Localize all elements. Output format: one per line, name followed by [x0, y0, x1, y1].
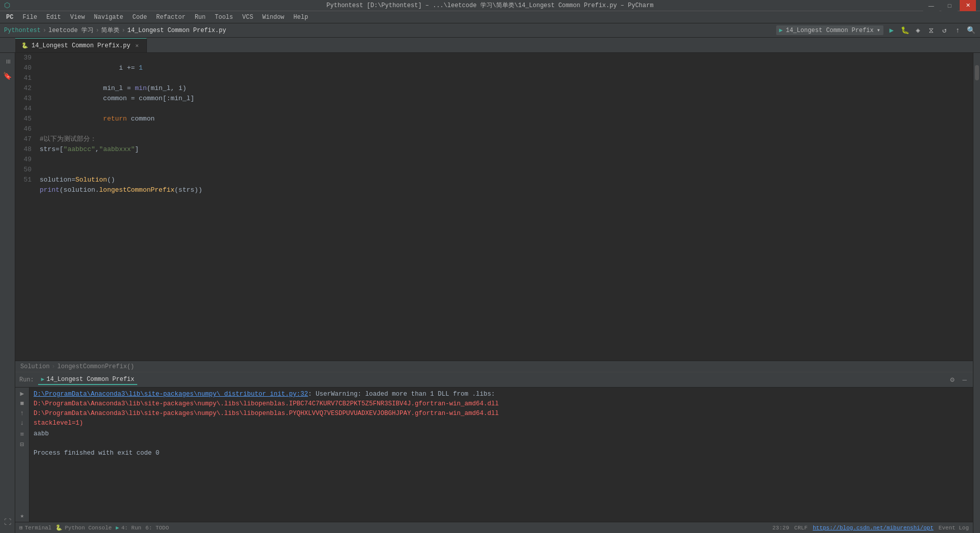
line-50: solution=Solution() [40, 176, 115, 184]
coverage-button[interactable]: ◈ [913, 25, 923, 36]
tab-label: 14_Longest Common Prefix.py [32, 42, 130, 49]
breadcrumb-project[interactable]: Pythontest [4, 27, 41, 34]
reload-button[interactable]: ↺ [939, 25, 950, 36]
terminal-settings-button[interactable]: ⚙ [948, 374, 956, 385]
terminal-run-btn[interactable]: ▶ [20, 390, 24, 398]
terminal-wrap-btn[interactable]: ≡ [20, 431, 24, 438]
code-editor[interactable]: 39 40 41 42 43 44 45 46 47 48 49 50 51 i… [15, 53, 973, 361]
breadcrumb-folder2[interactable]: 简单类 [101, 26, 119, 35]
run-config-icon: ▶ [779, 26, 783, 34]
menu-view[interactable]: View [66, 13, 89, 22]
status-position[interactable]: 23:29 [773, 525, 789, 531]
run-label: Run: [19, 376, 34, 383]
terminal-line-4: stacklevel=1) [34, 419, 969, 428]
tabbar: 🐍 14_Longest Common Prefix.py ✕ [0, 38, 980, 53]
terminal-line-2: D:\ProgramData\Anaconda3\lib\site-packag… [34, 399, 969, 409]
terminal-tab-run[interactable]: ▶ 14_Longest Common Prefix [38, 375, 137, 385]
menu-navigate[interactable]: Navigate [90, 13, 128, 22]
titlebar-left: ⬡ [4, 1, 10, 10]
line-numbers: 39 40 41 42 43 44 45 46 47 48 49 50 51 [15, 53, 36, 361]
terminal-scroll-down-btn[interactable]: ↓ [20, 419, 24, 427]
minimize-button[interactable]: — [923, 0, 939, 11]
line-44: return common [40, 115, 155, 123]
footer-sep: › [52, 363, 55, 370]
right-panel [973, 53, 980, 533]
terminal-line-1: D:\ProgramData\Anaconda3\lib\site-packag… [34, 390, 969, 399]
breadcrumb-sep3: › [121, 27, 125, 34]
terminal-left-toolbar: ▶ ■ ↑ ↓ ≡ ⊟ ★ [15, 388, 29, 522]
status-left: ⊞ Terminal 🐍 Python Console ▶ 4: Run 6: … [19, 524, 169, 531]
line-num-39: 39 [17, 53, 32, 63]
run-config-chevron: ▾ [877, 26, 880, 34]
line-num-43: 43 [17, 94, 32, 104]
line-num-42: 42 [17, 83, 32, 94]
status-terminal[interactable]: ⊞ Terminal [19, 524, 51, 531]
footer-class[interactable]: Solution [20, 363, 50, 370]
menu-help[interactable]: Help [289, 13, 312, 22]
status-run[interactable]: ▶ 4: Run [116, 524, 141, 531]
terminal-filter-btn[interactable]: ⊟ [20, 440, 24, 449]
run-config-selector[interactable]: ▶ 14_Longest Common Prefix ▾ [776, 25, 883, 35]
terminal-line-3: D:\ProgramData\Anaconda3\lib\site-packag… [34, 409, 969, 419]
line-41: min_l = min(min_l, i) [40, 84, 187, 92]
footer-method[interactable]: longestCommonPrefix() [57, 363, 134, 370]
menu-vcs[interactable]: VCS [238, 13, 258, 22]
search-everywhere-button[interactable]: 🔍 [966, 25, 976, 36]
status-python-console[interactable]: 🐍 Python Console [55, 524, 111, 531]
terminal-scroll-up-btn[interactable]: ↑ [20, 409, 24, 417]
statusbar: ⊞ Terminal 🐍 Python Console ▶ 4: Run 6: … [15, 522, 973, 533]
line-num-40: 40 [17, 63, 32, 73]
maximize-button[interactable]: □ [941, 0, 958, 11]
status-event-log[interactable]: Event Log [939, 525, 969, 531]
toolbar-right: ▶ 14_Longest Common Prefix ▾ ▶ 🐛 ◈ ⧖ ↺ ↑… [776, 25, 976, 36]
menu-tools[interactable]: Tools [210, 13, 237, 22]
update-button[interactable]: ↑ [953, 25, 963, 36]
pycharm-icon: ⬡ [4, 1, 10, 10]
tab-main-file[interactable]: 🐍 14_Longest Common Prefix.py ✕ [15, 38, 147, 52]
breadcrumb-file[interactable]: 14_Longest Common Prefix.py [127, 27, 226, 34]
toolbar: Pythontest › leetcode 学习 › 简单类 › 14_Long… [0, 23, 980, 38]
line-num-41: 41 [17, 73, 32, 83]
python-console-label: Python Console [65, 525, 111, 531]
menu-run[interactable]: Run [191, 13, 210, 22]
menu-edit[interactable]: Edit [42, 13, 65, 22]
menu-code[interactable]: Code [128, 13, 151, 22]
terminal-panel: Run: ▶ 14_Longest Common Prefix ⚙ — ▶ ■ … [15, 372, 973, 522]
breadcrumb-folder1[interactable]: leetcode 学习 [48, 26, 94, 35]
profile-button[interactable]: ⧖ [926, 25, 936, 36]
project-icon[interactable]: ≡ [1, 55, 14, 68]
breadcrumb-sep2: › [96, 27, 99, 34]
status-link[interactable]: https://blog.csdn.net/miburenshi/opt [813, 525, 934, 531]
run-config-label: 14_Longest Common Prefix [786, 27, 874, 34]
menu-pc[interactable]: PC [2, 13, 17, 22]
terminal-output[interactable]: D:\ProgramData\Anaconda3\lib\site-packag… [29, 388, 973, 522]
terminal-minimize-button[interactable]: — [961, 375, 969, 385]
terminal-status-icon: ⊞ [19, 524, 23, 531]
titlebar-controls[interactable]: — □ ✕ [923, 0, 976, 11]
breadcrumb-sep1: › [43, 27, 46, 34]
code-content[interactable]: i += 1 min_l = min(min_l, i) common = co… [36, 53, 973, 361]
line-num-46: 46 [17, 124, 32, 134]
terminal-link-1[interactable]: D:\ProgramData\Anaconda3\lib\site-packag… [34, 391, 308, 398]
menu-window[interactable]: Window [258, 13, 288, 22]
tab-close-button[interactable]: ✕ [133, 42, 140, 49]
run-button[interactable]: ▶ [886, 25, 897, 36]
close-button[interactable]: ✕ [960, 0, 976, 11]
tab-icon: 🐍 [21, 42, 28, 49]
line-num-51: 51 [17, 175, 32, 185]
menu-refactor[interactable]: Refactor [152, 13, 190, 22]
terminal-text-1: : UserWarning: loaded more than 1 DLL fr… [308, 391, 495, 398]
scrollbar-indicator[interactable] [975, 65, 979, 80]
menu-file[interactable]: File [18, 13, 41, 22]
terminal-line-6 [34, 439, 969, 449]
status-encoding[interactable]: CRLF [794, 525, 808, 531]
line-46: #以下为测试部分： [40, 135, 97, 143]
structure-icon[interactable]: ⛶ [1, 516, 14, 529]
status-right: 23:29 CRLF https://blog.csdn.net/miburen… [773, 525, 969, 531]
bookmark-icon[interactable]: 🔖 [1, 69, 14, 82]
terminal-stop-btn[interactable]: ■ [20, 400, 24, 407]
status-todo[interactable]: 6: TODO [145, 525, 169, 531]
debug-button[interactable]: 🐛 [900, 25, 910, 36]
run-tab-label: 14_Longest Common Prefix [46, 376, 134, 383]
terminal-favorites-btn[interactable]: ★ [20, 512, 24, 520]
